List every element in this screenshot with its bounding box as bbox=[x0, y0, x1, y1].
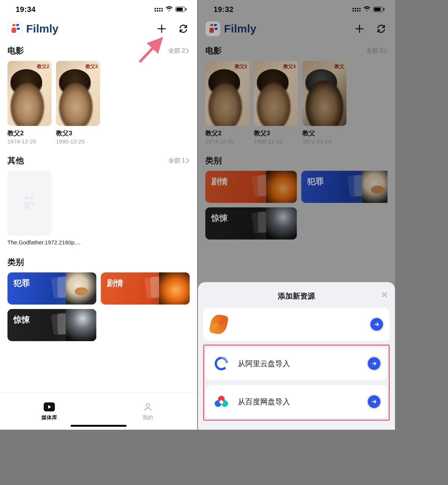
movie-poster: 教父3 bbox=[56, 61, 100, 126]
app-header: Filmly bbox=[198, 16, 395, 41]
category-label: 剧情 bbox=[211, 177, 228, 186]
signal-icon bbox=[352, 8, 361, 12]
category-card-thriller[interactable]: 惊悚 bbox=[7, 309, 96, 341]
arrow-right-icon bbox=[368, 357, 380, 370]
status-time: 19:32 bbox=[214, 5, 234, 14]
section-title: 类别 bbox=[205, 155, 222, 166]
movie-title: 教父 bbox=[302, 129, 346, 138]
category-card-thriller[interactable]: 惊悚 bbox=[205, 207, 297, 240]
category-label: 犯罪 bbox=[13, 278, 30, 288]
tab-mine[interactable]: 我的 bbox=[99, 393, 197, 430]
status-time: 19:34 bbox=[16, 5, 36, 14]
movie-title: 教父2 bbox=[205, 129, 249, 138]
svg-point-17 bbox=[220, 400, 223, 404]
svg-rect-6 bbox=[24, 202, 30, 209]
movie-date: 1974-12-20 bbox=[7, 138, 52, 145]
tab-bar: 媒体库 我的 bbox=[0, 392, 197, 430]
movie-poster: 教父2 bbox=[205, 61, 249, 126]
file-placeholder-icon bbox=[7, 171, 52, 236]
tab-library[interactable]: 媒体库 bbox=[0, 393, 99, 430]
refresh-button[interactable] bbox=[375, 22, 388, 35]
screen-right: 19:32 Filmly 电影 全部 3 教父2 教父2 1974-12-20 bbox=[198, 0, 395, 430]
movie-card[interactable]: 教父3 教父3 1990-12-25 bbox=[56, 61, 100, 145]
svg-rect-7 bbox=[31, 202, 35, 205]
section-title: 其他 bbox=[7, 155, 24, 166]
movie-poster: 教父 bbox=[302, 61, 346, 126]
source-local-icon bbox=[211, 316, 227, 333]
status-icons bbox=[155, 5, 187, 14]
tab-label: 我的 bbox=[143, 414, 153, 421]
movie-title: 教父2 bbox=[7, 129, 52, 138]
svg-rect-2 bbox=[186, 8, 187, 10]
movie-date: 1972-03-14 bbox=[302, 138, 346, 145]
category-card-drama[interactable]: 剧情 bbox=[205, 171, 297, 203]
section-movies: 电影 全部 3 教父2 教父2 1974-12-20 教父3 教父3 1990-… bbox=[198, 45, 395, 145]
sheet-item-label: 从百度网盘导入 bbox=[238, 397, 290, 407]
movie-card[interactable]: 教父2 教父2 1974-12-20 bbox=[7, 61, 52, 145]
sheet-item-aliyun[interactable]: 从阿里云盘导入 bbox=[206, 347, 387, 380]
section-categories: 类别 剧情 犯罪 惊悚 bbox=[198, 155, 395, 240]
add-button[interactable] bbox=[155, 22, 168, 35]
arrow-right-icon bbox=[370, 318, 383, 331]
view-all-other[interactable]: 全部 1 bbox=[168, 157, 190, 165]
svg-rect-10 bbox=[374, 8, 381, 11]
status-bar: 19:32 bbox=[198, 0, 395, 16]
status-bar: 19:34 bbox=[0, 0, 197, 16]
refresh-button[interactable] bbox=[177, 22, 190, 35]
status-icons bbox=[352, 5, 385, 14]
baidu-drive-icon bbox=[213, 393, 230, 410]
section-title: 电影 bbox=[205, 45, 222, 56]
svg-rect-4 bbox=[25, 197, 29, 200]
add-button[interactable] bbox=[353, 22, 366, 35]
sheet-item-label: 从阿里云盘导入 bbox=[238, 359, 290, 369]
section-title: 类别 bbox=[7, 257, 24, 268]
brand[interactable]: Filmly bbox=[205, 21, 256, 36]
movie-title: 教父3 bbox=[254, 129, 298, 138]
category-card-crime[interactable]: 犯罪 bbox=[301, 171, 388, 203]
movie-date: 1990-12-25 bbox=[56, 138, 100, 145]
wifi-icon bbox=[363, 5, 371, 14]
profile-icon bbox=[142, 401, 153, 413]
sheet-item-baidu[interactable]: 从百度网盘导入 bbox=[206, 385, 387, 418]
svg-rect-1 bbox=[177, 8, 183, 11]
file-card[interactable]: The.Godfather.1972.2160p.... bbox=[7, 171, 52, 246]
wifi-icon bbox=[165, 5, 173, 14]
section-other: 其他 全部 1 The.Godfather.1972.2160p.... bbox=[0, 155, 197, 246]
movie-poster: 教父2 bbox=[7, 61, 52, 126]
aliyun-drive-icon bbox=[213, 355, 230, 372]
tab-label: 媒体库 bbox=[41, 414, 57, 421]
movie-date: 1974-12-20 bbox=[205, 138, 249, 145]
view-all-movies[interactable]: 全部 2 bbox=[168, 47, 190, 55]
view-all-movies[interactable]: 全部 3 bbox=[366, 47, 388, 55]
category-label: 惊悚 bbox=[13, 315, 30, 324]
brand[interactable]: Filmly bbox=[7, 21, 59, 36]
sheet-item-local[interactable] bbox=[203, 308, 390, 341]
movie-card[interactable]: 教父3 教父3 1990-12-25 bbox=[254, 61, 298, 145]
play-icon bbox=[44, 401, 55, 413]
close-icon[interactable]: × bbox=[382, 290, 388, 300]
svg-rect-5 bbox=[29, 197, 34, 200]
section-categories: 类别 犯罪 剧情 惊悚 bbox=[0, 257, 197, 341]
home-indicator[interactable] bbox=[71, 425, 127, 427]
signal-icon bbox=[155, 8, 163, 12]
battery-icon bbox=[373, 5, 385, 14]
category-label: 剧情 bbox=[107, 278, 123, 288]
screen-left: 19:34 Filmly 电影 全部 2 教父2 教父2 1974-12-20 bbox=[0, 0, 197, 430]
category-card-crime[interactable]: 犯罪 bbox=[7, 272, 96, 305]
movie-card[interactable]: 教父 教父 1972-03-14 bbox=[302, 61, 346, 145]
app-logo-icon bbox=[7, 21, 22, 36]
movie-card[interactable]: 教父2 教父2 1974-12-20 bbox=[205, 61, 249, 145]
movie-poster: 教父3 bbox=[254, 61, 298, 126]
app-logo-icon bbox=[205, 21, 220, 36]
app-name: Filmly bbox=[26, 22, 59, 35]
file-name: The.Godfather.1972.2160p.... bbox=[7, 239, 52, 246]
category-label: 犯罪 bbox=[307, 177, 324, 186]
section-title: 电影 bbox=[7, 45, 24, 56]
arrow-right-icon bbox=[368, 395, 380, 408]
movie-title: 教父3 bbox=[56, 129, 100, 138]
movie-date: 1990-12-25 bbox=[254, 138, 298, 145]
category-card-drama[interactable]: 剧情 bbox=[101, 272, 190, 305]
category-label: 惊悚 bbox=[211, 213, 228, 223]
app-name: Filmly bbox=[224, 22, 256, 35]
svg-point-8 bbox=[146, 404, 149, 407]
